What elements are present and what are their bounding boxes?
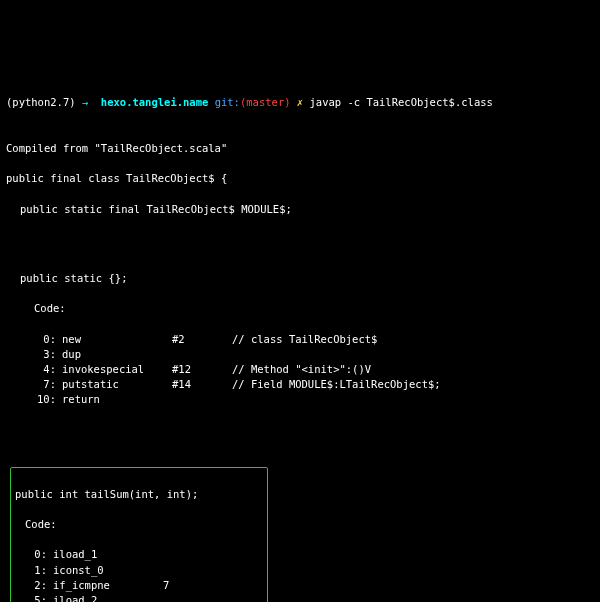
- bytecode-line: 10:return: [6, 392, 594, 407]
- class-decl: public final class TailRecObject$ {: [6, 171, 594, 186]
- git-branch: (master): [240, 96, 291, 108]
- code-label: Code:: [11, 517, 263, 532]
- cwd: hexo.tanglei.name: [101, 96, 208, 108]
- arrow-icon: →: [82, 96, 88, 108]
- bytecode-line: 0:iload_1: [11, 547, 263, 562]
- bytecode-line: 2:if_icmpne7: [11, 578, 263, 593]
- bytecode-comment: // class TailRecObject$: [232, 332, 377, 347]
- prompt-line[interactable]: (python2.7) → hexo.tanglei.name git:(mas…: [6, 95, 594, 110]
- dirty-icon: ✗: [297, 96, 303, 108]
- bytecode-line: 5:iload_2: [11, 593, 263, 602]
- code-label: Code:: [6, 301, 594, 316]
- bytecode-line: 3:dup: [6, 347, 594, 362]
- bytecode-comment: // Field MODULE$:LTailRecObject$;: [232, 377, 441, 392]
- command-text: javap -c TailRecObject$.class: [310, 96, 493, 108]
- env-label: (python2.7): [6, 96, 76, 108]
- compiled-from: Compiled from "TailRecObject.scala": [6, 141, 594, 156]
- bytecode-line: 4:invokespecial#12// Method "<init>":()V: [6, 362, 594, 377]
- git-label: git:: [215, 96, 240, 108]
- terminal-output: (python2.7) → hexo.tanglei.name git:(mas…: [6, 65, 594, 602]
- static-init-sig: public static {};: [6, 271, 594, 286]
- bytecode-line: 1:iconst_0: [11, 563, 263, 578]
- tailsum-highlight-box: public int tailSum(int, int); Code: 0:il…: [10, 467, 268, 602]
- bytecode-comment: // Method "<init>":()V: [232, 362, 371, 377]
- module-field: public static final TailRecObject$ MODUL…: [6, 202, 594, 217]
- static-init-body: 0:new#2// class TailRecObject$3:dup4:inv…: [6, 332, 594, 408]
- bytecode-line: 0:new#2// class TailRecObject$: [6, 332, 594, 347]
- tailsum-body: 0:iload_11:iconst_02:if_icmpne75:iload_2…: [11, 547, 263, 602]
- tailsum-sig: public int tailSum(int, int);: [11, 487, 263, 502]
- bytecode-line: 7:putstatic#14// Field MODULE$:LTailRecO…: [6, 377, 594, 392]
